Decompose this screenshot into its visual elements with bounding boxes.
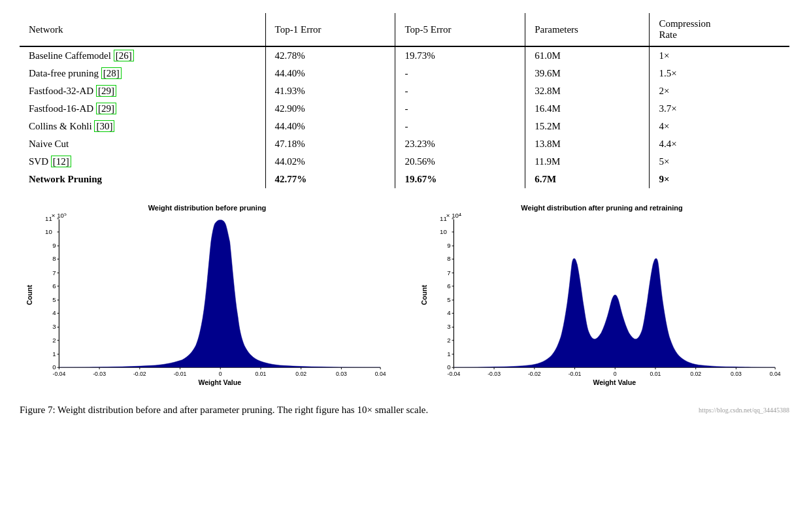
svg-text:0.01: 0.01 <box>256 371 267 377</box>
top1-error: 44.02% <box>265 153 395 171</box>
svg-text:10: 10 <box>45 228 52 235</box>
svg-text:4: 4 <box>447 309 451 316</box>
parameters: 16.4M <box>525 100 650 118</box>
svg-text:5: 5 <box>52 296 56 303</box>
top5-error: - <box>395 100 525 118</box>
top5-error: - <box>395 82 525 100</box>
svg-text:0: 0 <box>219 371 222 377</box>
svg-text:-0.01: -0.01 <box>174 371 187 377</box>
table-row: Fastfood-32-AD [29] 41.93% - 32.8M 2× <box>20 82 789 100</box>
caption-text: Figure 7: Weight distribution before and… <box>20 405 428 415</box>
svg-text:6: 6 <box>52 282 56 290</box>
chart-after-pruning: Weight distribution after pruning and re… <box>414 204 789 390</box>
svg-text:1: 1 <box>447 350 450 357</box>
svg-text:-0.03: -0.03 <box>93 371 106 377</box>
parameters: 6.7M <box>525 171 650 188</box>
chart-left-svg: × 10⁵ 0 1 2 3 4 5 6 7 8 <box>20 213 395 390</box>
compression-rate: 5× <box>650 153 789 171</box>
network-name: Naive Cut <box>20 135 265 153</box>
network-name: Network Pruning <box>20 171 265 188</box>
top5-error: 20.56% <box>395 153 525 171</box>
svg-text:0.02: 0.02 <box>295 371 306 377</box>
ref-link: [12] <box>51 156 71 167</box>
compression-rate: 2× <box>650 82 789 100</box>
network-name: Baseline Caffemodel [26] <box>20 46 265 65</box>
parameters: 32.8M <box>525 82 650 100</box>
ref-link: [30] <box>94 120 114 132</box>
svg-text:7: 7 <box>447 269 450 276</box>
parameters: 39.6M <box>525 65 650 82</box>
col-params: Parameters <box>525 13 650 46</box>
svg-text:0: 0 <box>447 363 450 371</box>
ref-link: [29] <box>96 85 116 97</box>
x-axis-label: Weight Value <box>198 378 241 386</box>
svg-text:-0.04: -0.04 <box>448 371 461 377</box>
svg-text:5: 5 <box>447 296 450 303</box>
top1-error: 44.40% <box>265 118 395 135</box>
network-name: Fastfood-32-AD [29] <box>20 82 265 100</box>
table-row: SVD [12] 44.02% 20.56% 11.9M 5× <box>20 153 789 171</box>
top5-error: 19.73% <box>395 46 525 65</box>
figure-caption: Figure 7: Weight distribution before and… <box>20 403 789 418</box>
table-row: Collins & Kohli [30] 44.40% - 15.2M 4× <box>20 118 789 135</box>
svg-text:11: 11 <box>440 215 447 222</box>
svg-text:9: 9 <box>447 242 450 249</box>
charts-section: Weight distribution before pruning × 10⁵… <box>20 204 789 390</box>
svg-text:11: 11 <box>45 215 52 222</box>
y-axis-label: Count <box>25 285 33 305</box>
svg-text:0.03: 0.03 <box>731 371 742 377</box>
chart-right-title: Weight distribution after pruning and re… <box>521 204 682 212</box>
svg-text:0.03: 0.03 <box>336 371 347 377</box>
top1-error: 42.77% <box>265 171 395 188</box>
svg-text:2: 2 <box>447 337 450 344</box>
chart-right-area: × 10⁴ 0 1 2 3 4 5 6 7 8 9 <box>414 213 789 390</box>
svg-text:3: 3 <box>52 323 56 330</box>
network-name: Collins & Kohli [30] <box>20 118 265 135</box>
parameters: 61.0M <box>525 46 650 65</box>
table-row: Network Pruning 42.77% 19.67% 6.7M 9× <box>20 171 789 188</box>
table-row: Baseline Caffemodel [26] 42.78% 19.73% 6… <box>20 46 789 65</box>
col-top5: Top-5 Error <box>395 13 525 46</box>
top5-error: - <box>395 65 525 82</box>
svg-text:-0.03: -0.03 <box>487 371 501 377</box>
svg-text:8: 8 <box>447 255 450 262</box>
compression-rate: 1× <box>650 46 789 65</box>
y-scale-label: × 10⁵ <box>52 213 67 219</box>
top5-error: 23.23% <box>395 135 525 153</box>
svg-text:1: 1 <box>52 350 56 357</box>
top1-error: 41.93% <box>265 82 395 100</box>
chart-left-title: Weight distribution before pruning <box>148 204 267 212</box>
top5-error: - <box>395 118 525 135</box>
parameters: 13.8M <box>525 135 650 153</box>
y-axis-label: Count <box>420 285 428 305</box>
chart-right-svg: × 10⁴ 0 1 2 3 4 5 6 7 8 9 <box>414 213 789 390</box>
ref-link: [26] <box>114 50 134 61</box>
svg-text:0: 0 <box>52 363 56 371</box>
svg-text:0: 0 <box>614 371 617 377</box>
svg-text:-0.02: -0.02 <box>528 371 541 377</box>
svg-text:10: 10 <box>440 228 447 235</box>
col-compression: CompressionRate <box>650 13 789 46</box>
chart-right-distribution <box>454 258 775 367</box>
network-name: Data-free pruning [28] <box>20 65 265 82</box>
chart-before-pruning: Weight distribution before pruning × 10⁵… <box>20 204 395 390</box>
parameters: 11.9M <box>525 153 650 171</box>
watermark: https://blog.csdn.net/qq_34445388 <box>699 405 789 415</box>
svg-text:-0.01: -0.01 <box>569 371 582 377</box>
col-top1: Top-1 Error <box>265 13 395 46</box>
network-name: SVD [12] <box>20 153 265 171</box>
top5-error: 19.67% <box>395 171 525 188</box>
svg-text:0.02: 0.02 <box>690 371 701 377</box>
ref-link: [29] <box>96 103 116 114</box>
x-axis-label: Weight Value <box>593 378 636 386</box>
top1-error: 47.18% <box>265 135 395 153</box>
network-name: Fastfood-16-AD [29] <box>20 100 265 118</box>
ref-link: [28] <box>101 67 122 79</box>
svg-text:4: 4 <box>52 309 56 316</box>
svg-text:0.04: 0.04 <box>375 371 386 377</box>
svg-text:6: 6 <box>447 282 450 290</box>
top1-error: 44.40% <box>265 65 395 82</box>
top1-error: 42.78% <box>265 46 395 65</box>
svg-text:0.01: 0.01 <box>650 371 661 377</box>
chart-left-distribution <box>59 220 380 368</box>
